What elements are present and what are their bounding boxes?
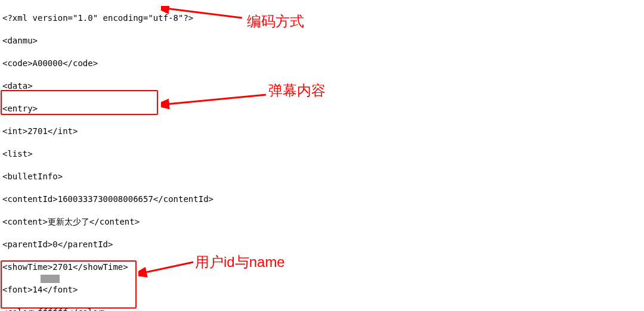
code-line: <list> <box>2 148 636 160</box>
code-line: <contentId>1600333730008006657</contentI… <box>2 194 636 205</box>
code-line: <danmu> <box>2 35 636 46</box>
arrow-userid-name-icon <box>138 260 196 278</box>
code-line: <parentId>0</parentId> <box>2 239 636 250</box>
code-line: <code>A00000</code> <box>2 58 636 69</box>
arrow-danmaku-content-icon <box>161 92 268 110</box>
highlight-box-content <box>1 90 158 115</box>
svg-line-1 <box>166 95 266 104</box>
svg-line-0 <box>166 8 242 18</box>
arrow-encoding-icon <box>161 6 244 23</box>
label-encoding: 编码方式 <box>247 14 304 29</box>
label-danmaku-content: 弹幕内容 <box>268 83 326 98</box>
highlight-box-userinfo <box>1 260 137 309</box>
code-line: <content>更新太少了</content> <box>2 216 636 228</box>
svg-line-2 <box>143 262 193 273</box>
code-line: <bulletInfo> <box>2 171 636 182</box>
label-userid-and-name: 用户id与name <box>195 255 285 269</box>
code-line: <?xml version="1.0" encoding="utf-8"?> <box>2 13 636 24</box>
code-line: <int>2701</int> <box>2 126 636 137</box>
